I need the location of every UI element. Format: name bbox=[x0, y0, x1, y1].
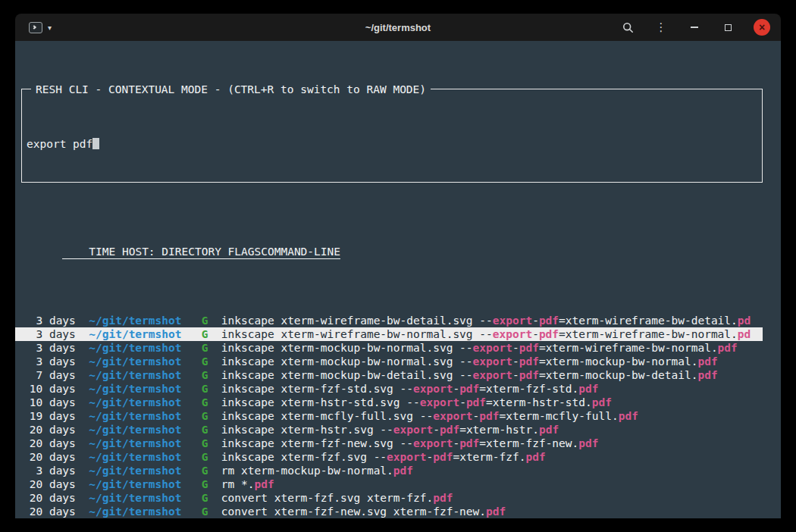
row-flags: G bbox=[188, 314, 221, 327]
row-time: 3 days bbox=[23, 314, 76, 327]
history-row[interactable]: 19 days~/git/termshotGinkscape xterm-mcf… bbox=[15, 409, 763, 423]
restore-icon bbox=[725, 24, 732, 31]
row-flags: G bbox=[188, 368, 221, 382]
row-flags: G bbox=[188, 450, 221, 464]
row-time: 3 days bbox=[23, 327, 76, 341]
history-list: 3 days~/git/termshotGinkscape xterm-wire… bbox=[15, 314, 763, 518]
row-host-directory: ~/git/termshot bbox=[83, 396, 182, 409]
search-query-text: export pdf bbox=[27, 138, 92, 150]
row-host-directory: ~/git/termshot bbox=[83, 355, 182, 368]
history-row[interactable]: 10 days~/git/termshotGinkscape xterm-fzf… bbox=[15, 382, 763, 396]
row-command: convert xterm-fzf.svg xterm-fzf.pdf bbox=[221, 491, 763, 505]
history-row[interactable]: 3 days~/git/termshotGinkscape xterm-mock… bbox=[15, 355, 763, 368]
row-flags: G bbox=[188, 382, 221, 396]
git-flag: G bbox=[188, 396, 208, 408]
history-row[interactable]: 20 days~/git/termshotGinkscape xterm-fzf… bbox=[15, 437, 763, 450]
row-command: rm *.pdf bbox=[221, 477, 763, 491]
col-time-label: TIME bbox=[62, 245, 115, 258]
row-command: inkscape xterm-mcfly-full.svg --export-p… bbox=[221, 409, 763, 423]
minimize-button[interactable] bbox=[687, 20, 702, 35]
git-flag: G bbox=[188, 383, 208, 395]
menu-kebab-icon[interactable]: ⋮ bbox=[653, 20, 669, 35]
row-command: convert xterm-fzf-new.svg xterm-fzf-new.… bbox=[221, 505, 763, 518]
row-command: inkscape xterm-wireframe-bw-normal.svg -… bbox=[221, 327, 763, 341]
row-flags: G bbox=[188, 423, 221, 437]
row-command: rm xterm-mockup-bw-normal.pdf bbox=[221, 464, 763, 477]
history-row[interactable]: 20 days~/git/termshotGinkscape xterm-fzf… bbox=[15, 450, 763, 464]
git-flag: G bbox=[188, 355, 208, 368]
row-time: 3 days bbox=[23, 341, 76, 355]
close-button[interactable]: × bbox=[754, 19, 770, 36]
restore-button[interactable] bbox=[720, 20, 735, 35]
row-host-directory: ~/git/termshot bbox=[83, 314, 182, 327]
row-time: 3 days bbox=[23, 355, 76, 368]
row-flags: G bbox=[188, 396, 221, 409]
git-flag: G bbox=[188, 478, 208, 490]
git-flag: G bbox=[188, 328, 208, 340]
row-command: inkscape xterm-mockup-bw-normal.svg --ex… bbox=[221, 341, 763, 355]
row-command: inkscape xterm-fzf-std.svg --export-pdf=… bbox=[221, 382, 763, 396]
col-host-directory-label: HOST: DIRECTORY bbox=[122, 245, 221, 258]
row-host-directory: ~/git/termshot bbox=[83, 505, 182, 518]
row-flags: G bbox=[188, 437, 221, 450]
tab-switcher-button[interactable]: ▾ bbox=[26, 19, 55, 36]
row-host-directory: ~/git/termshot bbox=[83, 437, 182, 450]
history-row[interactable]: 20 days~/git/termshotGinkscape xterm-hst… bbox=[15, 423, 763, 437]
row-command: inkscape xterm-hstr.svg --export-pdf=xte… bbox=[221, 423, 763, 437]
row-host-directory: ~/git/termshot bbox=[83, 464, 182, 477]
history-row[interactable]: 3 days~/git/termshotGrm xterm-mockup-bw-… bbox=[15, 464, 763, 477]
row-command: inkscape xterm-mockup-bw-detail.svg --ex… bbox=[221, 368, 763, 382]
history-row[interactable]: 10 days~/git/termshotGinkscape xterm-hst… bbox=[15, 396, 763, 409]
row-flags: G bbox=[188, 327, 221, 341]
history-row[interactable]: 20 days~/git/termshotGrm *.pdf bbox=[15, 477, 763, 491]
row-time: 10 days bbox=[23, 382, 76, 396]
search-panel: RESH CLI - CONTEXTUAL MODE - (CTRL+R to … bbox=[21, 89, 763, 183]
git-flag: G bbox=[188, 369, 208, 381]
row-time: 20 days bbox=[23, 477, 76, 491]
search-icon[interactable] bbox=[620, 20, 635, 35]
terminal-window: ▾ ~/git/termshot ⋮ × RESH CLI - CONTEXTU… bbox=[15, 14, 781, 518]
history-row[interactable]: 3 days~/git/termshotGinkscape xterm-mock… bbox=[15, 341, 763, 355]
row-time: 20 days bbox=[23, 437, 76, 450]
row-flags: G bbox=[188, 409, 221, 423]
search-input[interactable]: export pdf bbox=[27, 137, 757, 151]
col-flags-label: FLAGS bbox=[228, 245, 262, 258]
git-flag: G bbox=[188, 505, 208, 518]
history-row[interactable]: 7 days~/git/termshotGinkscape xterm-mock… bbox=[15, 368, 763, 382]
history-row[interactable]: 20 days~/git/termshotGconvert xterm-fzf.… bbox=[15, 491, 763, 505]
row-flags: G bbox=[188, 491, 221, 505]
row-time: 20 days bbox=[23, 505, 76, 518]
row-host-directory: ~/git/termshot bbox=[83, 327, 182, 341]
row-time: 20 days bbox=[23, 491, 76, 505]
git-flag: G bbox=[188, 465, 208, 477]
history-header: TIME HOST: DIRECTORY FLAGS COMMAND-LINE bbox=[15, 231, 763, 273]
chevron-down-icon: ▾ bbox=[48, 23, 52, 32]
git-flag: G bbox=[188, 315, 208, 327]
row-host-directory: ~/git/termshot bbox=[83, 409, 182, 423]
row-flags: G bbox=[188, 341, 221, 355]
row-time: 20 days bbox=[23, 423, 76, 437]
history-row[interactable]: 3 days~/git/termshotGinkscape xterm-wire… bbox=[15, 314, 763, 327]
history-row[interactable]: 3 days~/git/termshotGinkscape xterm-wire… bbox=[15, 327, 763, 341]
row-host-directory: ~/git/termshot bbox=[83, 423, 182, 437]
text-cursor bbox=[92, 138, 99, 149]
search-panel-title: RESH CLI - CONTEXTUAL MODE - (CTRL+R to … bbox=[31, 83, 431, 96]
minimize-icon bbox=[691, 27, 698, 28]
history-row[interactable]: 20 days~/git/termshotGconvert xterm-fzf-… bbox=[15, 505, 763, 518]
row-command: inkscape xterm-fzf-new.svg --export-pdf=… bbox=[221, 437, 763, 450]
row-flags: G bbox=[188, 505, 221, 518]
git-flag: G bbox=[188, 424, 208, 436]
row-host-directory: ~/git/termshot bbox=[83, 382, 182, 396]
magnifier-glyph bbox=[622, 22, 634, 33]
titlebar[interactable]: ▾ ~/git/termshot ⋮ × bbox=[15, 14, 781, 41]
row-command: inkscape xterm-hstr-std.svg --export-pdf… bbox=[221, 396, 763, 409]
row-flags: G bbox=[188, 355, 221, 368]
row-host-directory: ~/git/termshot bbox=[83, 491, 182, 505]
terminal-screen[interactable]: RESH CLI - CONTEXTUAL MODE - (CTRL+R to … bbox=[15, 41, 781, 518]
row-time: 7 days bbox=[23, 368, 76, 382]
row-time: 20 days bbox=[23, 450, 76, 464]
row-command: inkscape xterm-fzf.svg --export-pdf=xter… bbox=[221, 450, 763, 464]
row-time: 19 days bbox=[23, 409, 76, 423]
git-flag: G bbox=[188, 451, 208, 463]
row-host-directory: ~/git/termshot bbox=[83, 368, 182, 382]
